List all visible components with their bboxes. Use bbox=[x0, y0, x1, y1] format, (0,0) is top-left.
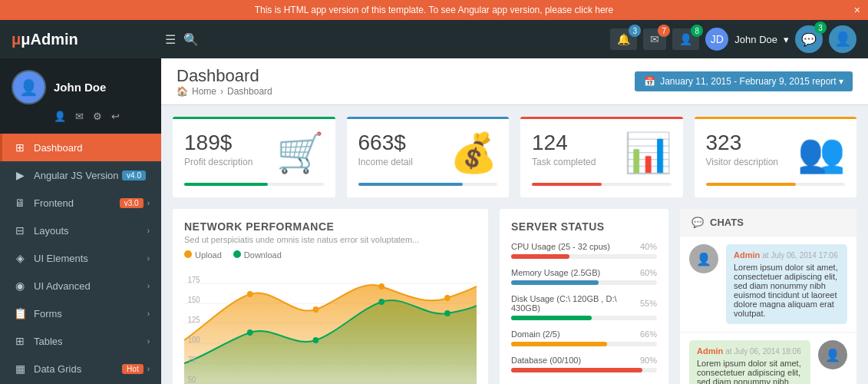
breadcrumb: 🏠 Home › Dashboard bbox=[177, 86, 272, 97]
svg-text:100: 100 bbox=[188, 336, 200, 344]
sidebar-item-forms[interactable]: 📋 Forms › bbox=[0, 300, 161, 327]
frontend-icon: 🖥 bbox=[14, 197, 26, 209]
user-menu[interactable]: JD John Doe ▾ bbox=[705, 28, 789, 51]
header-right: 🔔 3 ✉ 7 👤 8 JD John Doe ▾ 💬 3 👤 bbox=[610, 25, 856, 53]
ui-elements-icon: ◈ bbox=[14, 252, 26, 264]
sidebar-item-label: Angular JS Version bbox=[34, 170, 122, 181]
server-item-cpu: CPU Usage (25 - 32 cpus) 40% bbox=[511, 242, 657, 259]
server-item-database: Database (00/100) 90% bbox=[511, 356, 657, 372]
chevron-right-icon: › bbox=[147, 365, 150, 373]
calendar-icon: 📅 bbox=[644, 76, 655, 87]
page-title: Dashboard bbox=[177, 66, 259, 85]
svg-text:50: 50 bbox=[188, 376, 196, 384]
database-label: Database (00/100) bbox=[511, 356, 581, 365]
chat-bubble-2: Admin at July 06, 2014 18:06 Lorem ipsum… bbox=[689, 340, 810, 384]
svg-point-7 bbox=[313, 306, 319, 313]
svg-text:150: 150 bbox=[188, 296, 200, 304]
cpu-label: CPU Usage (25 - 32 cpus) bbox=[511, 242, 610, 251]
header: μμAdmin ☰ 🔍 🔔 3 ✉ 7 👤 8 JD John Doe ▾ 💬 … bbox=[0, 20, 868, 58]
user-icon-btn[interactable]: 👤 8 bbox=[672, 28, 699, 50]
stat-label: Task completed bbox=[532, 157, 596, 167]
sidebar-item-ui-elements[interactable]: ◈ UI Elements › bbox=[0, 244, 161, 272]
main-content: Dashboard 🏠 Home › Dashboard 📅 January 1… bbox=[161, 58, 868, 384]
user-logout-icon[interactable]: ↩ bbox=[111, 111, 120, 122]
svg-point-6 bbox=[247, 291, 253, 297]
sidebar-item-dashboard[interactable]: ⊞ Dashboard bbox=[0, 134, 161, 161]
domain-label: Domain (2/5) bbox=[511, 329, 560, 339]
sidebar-item-layouts[interactable]: ⊟ Layouts › bbox=[0, 217, 161, 244]
sidebar-item-ui-advanced[interactable]: ◉ UI Advanced › bbox=[0, 272, 161, 300]
search-icon[interactable]: 🔍 bbox=[183, 32, 199, 47]
disk-pct: 55% bbox=[640, 299, 657, 308]
sidebar-item-label: Tables bbox=[34, 336, 147, 347]
sidebar-item-tables[interactable]: ⊞ Tables › bbox=[0, 327, 161, 355]
stat-label: Profit description bbox=[184, 157, 252, 167]
svg-point-10 bbox=[247, 329, 253, 336]
sidebar-item-label: UI Elements bbox=[34, 253, 147, 264]
close-icon[interactable]: × bbox=[854, 4, 860, 16]
breadcrumb-home: Home bbox=[192, 86, 216, 97]
database-pct: 90% bbox=[640, 356, 657, 365]
server-title: SERVER STATUS bbox=[511, 220, 657, 233]
notification-bell-btn[interactable]: 🔔 3 bbox=[610, 28, 637, 50]
chat-meta-1: Admin at July 06, 2014 17:06 bbox=[734, 250, 840, 260]
home-icon: 🏠 bbox=[177, 86, 188, 97]
stat-cards: 189$ Profit description 🛒 663$ Income de… bbox=[161, 105, 868, 209]
profile-btn[interactable]: 👤 bbox=[829, 25, 856, 53]
chart-area: 175 150 125 100 75 50 bbox=[184, 263, 477, 384]
svg-point-13 bbox=[444, 310, 451, 316]
main-layout: 👤 John Doe 👤 ✉ ⚙ ↩ ⊞ Dashboard ▶ Angular… bbox=[0, 58, 868, 384]
upload-legend: Upload bbox=[195, 250, 222, 260]
svg-point-12 bbox=[378, 299, 384, 305]
server-status-panel: SERVER STATUS CPU Usage (25 - 32 cpus) 4… bbox=[500, 209, 668, 384]
stat-value: 663$ bbox=[358, 131, 413, 155]
sidebar-user-area: 👤 John Doe 👤 ✉ ⚙ ↩ bbox=[0, 58, 161, 134]
user-settings-icon[interactable]: ⚙ bbox=[93, 111, 102, 122]
network-chart-panel: NETWORK PERFORMANCE Sed ut perspiciatis … bbox=[173, 209, 488, 384]
chat-text-1: Lorem ipsum dolor sit amet, consectetuer… bbox=[734, 263, 838, 318]
chevron-right-icon: › bbox=[147, 227, 150, 235]
stat-card-income: 663$ Income detail 💰 bbox=[347, 117, 510, 197]
notification-bar: This is HTML app version of this templat… bbox=[0, 0, 868, 20]
frontend-badge: v3.0 bbox=[120, 198, 144, 208]
svg-point-8 bbox=[378, 283, 384, 290]
svg-point-11 bbox=[313, 337, 319, 343]
chat-badge: 3 bbox=[814, 22, 827, 34]
sidebar-item-angular[interactable]: ▶ Angular JS Version v4.0 bbox=[0, 161, 161, 189]
sidebar-item-data-grids[interactable]: ▦ Data Grids Hot › bbox=[0, 355, 161, 382]
stat-card-profit: 189$ Profit description 🛒 bbox=[173, 117, 335, 197]
chat-message-2: 👤 Admin at July 06, 2014 18:06 Lorem ips… bbox=[680, 333, 856, 384]
svg-text:175: 175 bbox=[188, 276, 200, 284]
server-item-memory: Memory Usage (2.5GB) 60% bbox=[511, 268, 657, 285]
server-item-domain: Domain (2/5) 66% bbox=[511, 329, 657, 346]
sidebar-item-frontend[interactable]: 🖥 Frontend v3.0 › bbox=[0, 189, 161, 217]
stat-value: 124 bbox=[532, 131, 596, 155]
stat-progress-bar bbox=[184, 183, 324, 186]
chevron-right-icon: › bbox=[147, 282, 150, 290]
sidebar-user-top: 👤 John Doe bbox=[12, 70, 106, 104]
chat-sender-1: Admin bbox=[734, 250, 760, 260]
cart-icon: 🛒 bbox=[276, 131, 324, 175]
sidebar-item-label: UI Advanced bbox=[34, 280, 147, 292]
chat-btn[interactable]: 💬 3 bbox=[795, 25, 823, 53]
user-profile-icon[interactable]: 👤 bbox=[54, 111, 66, 122]
date-picker-btn[interactable]: 📅 January 11, 2015 - February 9, 2015 re… bbox=[635, 71, 853, 91]
chevron-right-icon: › bbox=[147, 310, 150, 318]
chat-bubble-icon: 💬 bbox=[691, 217, 704, 228]
server-item-disk: Disk Usage (C:\ 120GB , D:\ 430GB) 55% bbox=[511, 294, 657, 320]
stat-value: 323 bbox=[706, 131, 779, 155]
breadcrumb-separator: › bbox=[220, 86, 223, 97]
hamburger-icon[interactable]: ☰ bbox=[165, 32, 176, 47]
sidebar: 👤 John Doe 👤 ✉ ⚙ ↩ ⊞ Dashboard ▶ Angular… bbox=[0, 58, 161, 384]
forms-icon: 📋 bbox=[14, 307, 26, 319]
mail-btn[interactable]: ✉ 7 bbox=[643, 28, 666, 50]
network-chart-svg: 175 150 125 100 75 50 bbox=[184, 263, 477, 384]
chat-message-1: 👤 Admin at July 06, 2014 17:06 Lorem ips… bbox=[680, 237, 856, 333]
sidebar-item-label: Layouts bbox=[34, 225, 147, 237]
chart-icon: 📊 bbox=[624, 131, 672, 175]
page-title-area: Dashboard 🏠 Home › Dashboard bbox=[177, 66, 272, 97]
stat-label: Visitor description bbox=[706, 157, 779, 167]
chevron-right-icon: › bbox=[147, 254, 150, 263]
chat-avatar-1: 👤 bbox=[689, 244, 718, 273]
user-mail-icon[interactable]: ✉ bbox=[75, 111, 84, 122]
